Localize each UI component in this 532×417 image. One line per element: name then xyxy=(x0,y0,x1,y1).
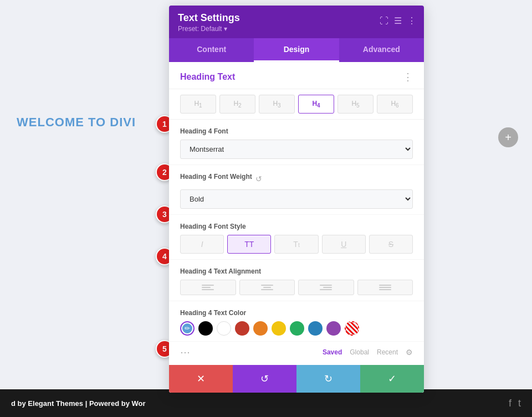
font-style-field-section: Heading 4 Font Style I TT Tt U S xyxy=(169,215,424,260)
align-center-button[interactable] xyxy=(239,280,295,295)
more-options-icon[interactable]: ⋮ xyxy=(407,16,416,26)
h2-button[interactable]: H2 xyxy=(219,95,255,114)
color-swatch-black[interactable] xyxy=(198,321,213,336)
heading-section-header: Heading Text ⋮ xyxy=(169,62,424,89)
uppercase-button[interactable]: TT xyxy=(227,235,271,254)
undo-button[interactable]: ↺ xyxy=(233,365,296,393)
h4-button[interactable]: H4 xyxy=(298,95,334,114)
align-justify-button[interactable] xyxy=(357,280,413,295)
footer-bar: d by Elegant Themes | Powered by Wor xyxy=(0,389,421,417)
add-section-button[interactable]: + xyxy=(498,127,518,147)
font-weight-label: Heading 4 Font Weight xyxy=(180,173,252,181)
color-dots-menu[interactable]: ⋯ xyxy=(180,346,190,358)
tab-advanced[interactable]: Advanced xyxy=(339,38,424,62)
reset-font-weight-icon[interactable]: ↺ xyxy=(255,174,262,183)
capitalize-button[interactable]: Tt xyxy=(274,235,318,254)
modal-preset[interactable]: Preset: Default ▾ xyxy=(178,25,415,33)
font-style-label: Heading 4 Font Style xyxy=(180,223,413,230)
text-alignment-field-section: Heading 4 Text Alignment xyxy=(169,260,424,301)
saved-tab[interactable]: Saved xyxy=(323,348,342,356)
footer-icons: f t xyxy=(421,389,532,417)
font-label: Heading 4 Font xyxy=(180,127,413,135)
section-menu-icon[interactable]: ⋮ xyxy=(403,71,413,83)
h6-button[interactable]: H6 xyxy=(377,95,413,114)
heading-selector: H1 H2 H3 H4 H5 H6 xyxy=(169,89,424,120)
underline-button[interactable]: U xyxy=(322,235,366,254)
footer-text: d by Elegant Themes | Powered by Wor xyxy=(11,399,146,408)
columns-icon[interactable]: ☰ xyxy=(394,16,402,26)
redo-button[interactable]: ↻ xyxy=(296,365,360,393)
fullscreen-icon[interactable]: ⛶ xyxy=(380,16,388,26)
color-swatches: ✏ xyxy=(180,321,413,336)
strikethrough-button[interactable]: S xyxy=(369,235,413,254)
recent-tab[interactable]: Recent xyxy=(377,348,398,356)
confirm-button[interactable]: ✓ xyxy=(360,365,424,393)
font-style-buttons: I TT Tt U S xyxy=(180,235,413,254)
color-swatch-white[interactable] xyxy=(217,321,231,336)
color-swatch-purple[interactable] xyxy=(326,321,341,336)
text-color-field-section: Heading 4 Text Color ✏ xyxy=(169,301,424,342)
color-swatch-green[interactable] xyxy=(290,321,304,336)
color-swatch-blue[interactable] xyxy=(308,321,323,336)
modal-body: Heading Text ⋮ H1 H2 H3 H4 H5 H6 Heading… xyxy=(169,62,424,393)
tab-content[interactable]: Content xyxy=(169,38,254,62)
twitter-icon: t xyxy=(518,398,521,409)
alignment-label: Heading 4 Text Alignment xyxy=(180,267,413,275)
text-settings-modal: Text Settings Preset: Default ▾ ⛶ ☰ ⋮ Co… xyxy=(169,6,424,393)
modal-header: Text Settings Preset: Default ▾ ⛶ ☰ ⋮ xyxy=(169,6,424,38)
color-swatch-orange[interactable] xyxy=(253,321,268,336)
italic-button[interactable]: I xyxy=(180,235,224,254)
facebook-icon: f xyxy=(509,398,511,409)
font-field-section: Heading 4 Font Montserrat xyxy=(169,120,424,165)
color-settings-icon[interactable]: ⚙ xyxy=(406,348,413,357)
color-label: Heading 4 Text Color xyxy=(180,309,413,317)
global-tab[interactable]: Global xyxy=(350,348,369,356)
h1-button[interactable]: H1 xyxy=(180,95,216,114)
font-weight-field-section: Heading 4 Font Weight ↺ Bold xyxy=(169,165,424,215)
color-swatch-yellow[interactable] xyxy=(272,321,286,336)
color-swatch-red[interactable] xyxy=(235,321,249,336)
modal-footer: ✕ ↺ ↻ ✓ xyxy=(169,365,424,393)
welcome-text: WELCOME TO DIVI xyxy=(17,115,136,130)
align-left-button[interactable] xyxy=(180,280,236,295)
cancel-button[interactable]: ✕ xyxy=(169,365,233,393)
color-swatch-clear[interactable] xyxy=(345,321,359,336)
color-picker-button[interactable]: ✏ xyxy=(180,321,195,336)
h3-button[interactable]: H3 xyxy=(259,95,295,114)
tab-design[interactable]: Design xyxy=(254,38,339,62)
font-weight-label-row: Heading 4 Font Weight ↺ xyxy=(180,173,413,185)
align-right-button[interactable] xyxy=(298,280,354,295)
color-tabs: Saved Global Recent ⚙ xyxy=(323,348,413,357)
modal-tabs: Content Design Advanced xyxy=(169,38,424,62)
color-actions-row: ⋯ Saved Global Recent ⚙ xyxy=(169,342,424,365)
section-title: Heading Text xyxy=(180,72,235,82)
font-select[interactable]: Montserrat xyxy=(180,140,413,159)
alignment-buttons xyxy=(180,280,413,295)
font-weight-select[interactable]: Bold xyxy=(180,189,413,209)
h5-button[interactable]: H5 xyxy=(337,95,374,114)
